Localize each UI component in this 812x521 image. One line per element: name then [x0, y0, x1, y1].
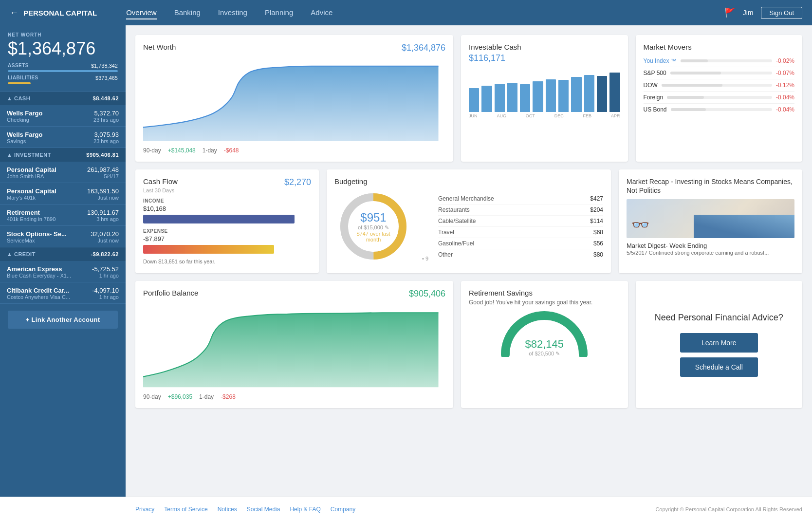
budget-item-other[interactable]: Other $80	[438, 249, 603, 260]
account-amount: 32,070.20	[91, 230, 119, 238]
market-row-sp500[interactable]: S&P 500 -0.07%	[644, 67, 795, 79]
market-val: -0.07%	[776, 70, 794, 76]
retirement-gauge: $82,145 of $20,500 ✎	[469, 311, 620, 357]
sidebar-section-cash[interactable]: ▲ CASH $8,448.62	[0, 92, 126, 105]
account-item-amex[interactable]: American Express Blue Cash Everyday - X1…	[0, 261, 126, 282]
budget-cat: Other	[438, 251, 453, 258]
sidebar: NET WORTH $1,364,876 ASSETS $1,738,342 L…	[0, 25, 126, 497]
account-time: 3 hrs ago	[87, 216, 119, 222]
budget-amt: $68	[593, 229, 603, 236]
sidebar-section-investment[interactable]: ▲ INVESTMENT $905,406.81	[0, 148, 126, 162]
account-item-pc-ira[interactable]: Personal Capital John Smith IRA 261,987.…	[0, 162, 126, 183]
income-bar	[143, 215, 295, 223]
budget-item-general[interactable]: General Merchandise $427	[438, 193, 603, 205]
account-item-stock-options[interactable]: Stock Options- Se... ServiceMax 32,070.2…	[0, 226, 126, 247]
nav-advice[interactable]: Advice	[311, 6, 332, 19]
assets-value: $1,738,342	[91, 63, 118, 69]
investable-cash-value: $116,171	[469, 53, 620, 63]
sidebar-section-credit[interactable]: ▲ CREDIT -$9,822.62	[0, 247, 126, 261]
market-row-usbond[interactable]: US Bond -0.04%	[644, 104, 795, 115]
portfolio-change-1d: -$268	[221, 393, 236, 400]
market-bar	[681, 59, 772, 62]
bar-labels: JUN AUG OCT DEC FEB APR	[469, 113, 620, 118]
back-arrow-icon[interactable]: ←	[10, 8, 18, 18]
budget-item-restaurants[interactable]: Restaurants $204	[438, 205, 603, 216]
period-90d: 90-day	[143, 147, 161, 154]
market-row-dow[interactable]: DOW -0.12%	[644, 79, 795, 92]
account-item-citibank[interactable]: Citibank Credit Car... Costco Anywhere V…	[0, 282, 126, 304]
portfolio-period-90d: 90-day	[143, 393, 161, 400]
nav-investing[interactable]: Investing	[218, 6, 247, 19]
schedule-call-button[interactable]: Schedule a Call	[680, 357, 758, 377]
assets-label: ASSETS	[8, 63, 29, 69]
market-val: -0.02%	[776, 57, 794, 64]
nav-planning[interactable]: Planning	[265, 6, 293, 19]
flag-icon[interactable]: 🚩	[724, 7, 735, 18]
net-worth-svg	[143, 57, 445, 141]
donut-over: $747 over last month	[354, 231, 393, 242]
liabilities-progress-bar	[8, 82, 31, 84]
footer-link-privacy[interactable]: Privacy	[135, 506, 154, 513]
budget-item-travel[interactable]: Travel $68	[438, 227, 603, 238]
footer-link-help[interactable]: Help & FAQ	[290, 506, 320, 513]
recap-chart-decoration	[694, 215, 794, 238]
account-item-pc-401k[interactable]: Personal Capital Mary's 401k 163,591.50 …	[0, 183, 126, 205]
learn-more-button[interactable]: Learn More	[680, 333, 758, 353]
month-jun: JUN	[469, 113, 478, 118]
account-sub: Checking	[7, 117, 42, 123]
account-sub: John Smith IRA	[7, 173, 56, 179]
footer-link-company[interactable]: Company	[331, 506, 355, 513]
nav-banking[interactable]: Banking	[174, 6, 201, 19]
account-name: Stock Options- Se...	[7, 230, 67, 238]
footer: Privacy Terms of Service Notices Social …	[0, 497, 812, 521]
account-item-retirement[interactable]: Retirement 401k Ending in 7890 130,911.6…	[0, 205, 126, 226]
account-item-wells-savings[interactable]: Wells Fargo Savings 3,075.93 23 hrs ago	[0, 127, 126, 148]
recap-image[interactable]: 👓	[627, 199, 794, 238]
market-bar	[662, 84, 772, 87]
logo[interactable]: ← PERSONAL CAPITAL	[10, 8, 97, 18]
change-1d: -$648	[224, 147, 239, 154]
account-time: 5/4/17	[87, 173, 119, 179]
bar-1	[469, 88, 479, 112]
market-row-foreign[interactable]: Foreign -0.04%	[644, 92, 795, 104]
link-account-button[interactable]: + Link Another Account	[8, 311, 118, 329]
footer-link-terms[interactable]: Terms of Service	[164, 506, 207, 513]
market-val: -0.04%	[776, 94, 794, 101]
budget-item-cable[interactable]: Cable/Satellite $114	[438, 216, 603, 227]
footer-link-social[interactable]: Social Media	[247, 506, 280, 513]
widget-header: Portfolio Balance $905,406	[143, 289, 445, 299]
user-menu[interactable]: Jim	[743, 9, 754, 17]
signout-button[interactable]: Sign Out	[761, 7, 802, 19]
account-name: Wells Fargo	[7, 110, 42, 117]
assets-progress-bar	[8, 70, 118, 72]
credit-total: -$9,822.62	[91, 251, 119, 257]
budget-item-gas[interactable]: Gasoline/Fuel $56	[438, 238, 603, 249]
logo-text: PERSONAL CAPITAL	[23, 9, 97, 17]
liabilities-label: LIABILITIES	[8, 75, 38, 81]
footer-link-notices[interactable]: Notices	[218, 506, 237, 513]
nav-overview[interactable]: Overview	[126, 6, 157, 19]
market-row-you-index[interactable]: You Index ™ -0.02%	[644, 55, 795, 67]
bar-7	[546, 79, 556, 112]
portfolio-title: Portfolio Balance	[143, 289, 198, 297]
retirement-title: Retirement Savings	[469, 289, 620, 297]
footer-links: Privacy Terms of Service Notices Social …	[135, 506, 355, 513]
bar-5	[520, 84, 530, 112]
month-feb: FEB	[583, 113, 592, 118]
income-label: INCOME	[143, 198, 311, 204]
glasses-icon: 👓	[631, 216, 649, 233]
expense-bar	[143, 245, 274, 254]
account-item-wells-checking[interactable]: Wells Fargo Checking 5,372.70 23 hrs ago	[0, 105, 126, 127]
portfolio-footer: 90-day +$96,035 1-day -$268	[143, 393, 445, 400]
budget-cat: Restaurants	[438, 206, 470, 213]
expense-value: -$7,897	[143, 235, 311, 242]
retirement-amount: $82,145 of $20,500 ✎	[525, 338, 564, 357]
net-worth-title: Net Worth	[143, 43, 176, 51]
market-rows: You Index ™ -0.02% S&P 500 -0.07% DOW -0…	[644, 55, 795, 115]
liabilities-row: LIABILITIES $373,465	[8, 75, 118, 81]
market-name: S&P 500	[644, 70, 666, 76]
cashflow-down-note: Down $13,651 so far this year.	[143, 259, 311, 264]
budget-cat: Travel	[438, 229, 454, 236]
account-time: 1 hr ago	[92, 273, 119, 279]
account-amount: 163,591.50	[87, 187, 119, 195]
